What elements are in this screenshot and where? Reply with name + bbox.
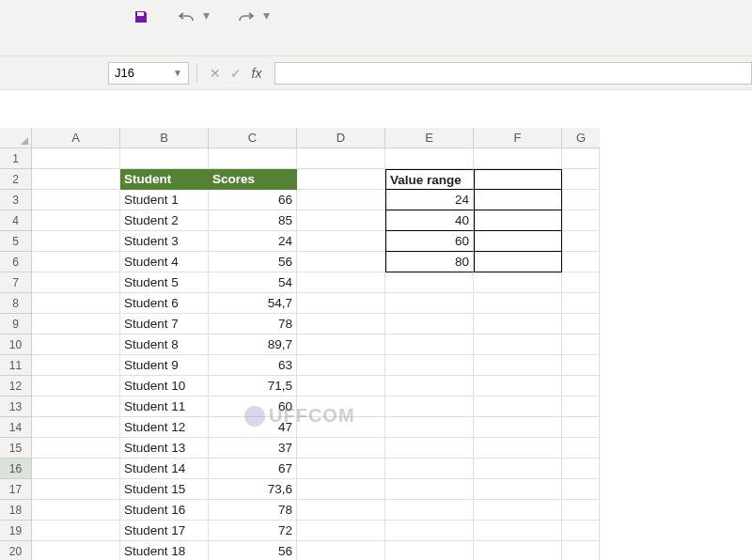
cell[interactable]: Student 14 [120, 459, 209, 479]
cell[interactable] [32, 397, 120, 417]
cell[interactable]: 24 [209, 231, 297, 252]
save-icon[interactable] [132, 8, 150, 26]
cell[interactable]: Student 16 [120, 500, 209, 521]
cell[interactable] [474, 376, 562, 397]
row-header[interactable]: 19 [0, 521, 32, 541]
formula-input[interactable] [274, 62, 752, 85]
cell[interactable] [385, 376, 474, 397]
cell[interactable] [562, 397, 600, 417]
cell[interactable]: 54,7 [209, 293, 297, 314]
cell[interactable] [32, 231, 120, 252]
cell[interactable]: Student 1 [120, 190, 209, 210]
cell[interactable] [32, 272, 120, 293]
cell[interactable] [562, 479, 600, 500]
cell[interactable] [297, 210, 385, 231]
cell[interactable] [474, 314, 562, 334]
cell[interactable] [562, 355, 600, 376]
cell[interactable] [32, 541, 120, 560]
cell[interactable] [562, 169, 600, 190]
cell[interactable] [297, 500, 385, 521]
row-header[interactable]: 5 [0, 231, 32, 252]
row-header[interactable]: 4 [0, 210, 32, 231]
cell[interactable]: Student 18 [120, 541, 209, 560]
cell[interactable]: 37 [209, 438, 297, 459]
cell[interactable] [562, 190, 600, 210]
cell[interactable] [385, 521, 474, 541]
cell[interactable]: 66 [209, 190, 297, 210]
cell[interactable] [474, 355, 562, 376]
cell[interactable] [385, 417, 474, 438]
cell[interactable] [474, 148, 562, 169]
cell[interactable] [474, 417, 562, 438]
cell[interactable]: Student 12 [120, 417, 209, 438]
cell[interactable] [297, 272, 385, 293]
row-header[interactable]: 2 [0, 169, 32, 190]
cell[interactable]: 47 [209, 417, 297, 438]
cell[interactable] [297, 417, 385, 438]
row-header[interactable]: 6 [0, 252, 32, 272]
cell[interactable] [32, 293, 120, 314]
cell[interactable]: Student 7 [120, 314, 209, 334]
col-header[interactable]: C [209, 128, 297, 148]
cell[interactable] [562, 148, 600, 169]
row-header[interactable]: 11 [0, 355, 32, 376]
cell[interactable] [297, 252, 385, 272]
cell[interactable]: Student 9 [120, 355, 209, 376]
cell[interactable] [32, 210, 120, 231]
row-header[interactable]: 12 [0, 376, 32, 397]
cell[interactable]: Student 3 [120, 231, 209, 252]
cell[interactable] [32, 148, 120, 169]
cell[interactable] [297, 169, 385, 190]
cell[interactable] [474, 169, 562, 190]
cell[interactable] [474, 252, 562, 272]
cell[interactable] [562, 521, 600, 541]
row-header[interactable]: 7 [0, 272, 32, 293]
cell[interactable]: 63 [209, 355, 297, 376]
cell[interactable] [385, 459, 474, 479]
cell[interactable]: 89,7 [209, 334, 297, 355]
cell[interactable] [562, 231, 600, 252]
cell[interactable] [385, 397, 474, 417]
cell[interactable] [297, 541, 385, 560]
cell[interactable]: Student 13 [120, 438, 209, 459]
cell[interactable] [32, 334, 120, 355]
cell[interactable] [297, 479, 385, 500]
cell[interactable]: 78 [209, 314, 297, 334]
cell[interactable] [297, 376, 385, 397]
cell[interactable] [562, 500, 600, 521]
cell[interactable]: Student 5 [120, 272, 209, 293]
cell[interactable]: 24 [385, 190, 474, 210]
cell[interactable] [474, 190, 562, 210]
cell[interactable]: 60 [385, 231, 474, 252]
row-header[interactable]: 3 [0, 190, 32, 210]
cell[interactable] [385, 314, 474, 334]
chevron-down-icon[interactable]: ▼ [173, 68, 182, 78]
cell[interactable]: Student 15 [120, 479, 209, 500]
cell[interactable] [120, 148, 209, 169]
cell[interactable] [297, 334, 385, 355]
cell[interactable] [209, 148, 297, 169]
cell[interactable] [562, 334, 600, 355]
cell[interactable] [562, 438, 600, 459]
cell[interactable] [297, 293, 385, 314]
cell[interactable]: Student 10 [120, 376, 209, 397]
cell[interactable] [562, 376, 600, 397]
cell[interactable]: 54 [209, 272, 297, 293]
col-header[interactable]: F [474, 128, 562, 148]
row-header[interactable]: 20 [0, 541, 32, 560]
row-header[interactable]: 13 [0, 397, 32, 417]
cell[interactable]: 85 [209, 210, 297, 231]
cell[interactable]: Student 17 [120, 521, 209, 541]
cell[interactable] [297, 314, 385, 334]
enter-formula-icon[interactable]: ✓ [226, 63, 246, 84]
cell[interactable] [385, 148, 474, 169]
row-header[interactable]: 14 [0, 417, 32, 438]
row-header[interactable]: 17 [0, 479, 32, 500]
row-header[interactable]: 18 [0, 500, 32, 521]
cell[interactable]: Student 11 [120, 397, 209, 417]
cell[interactable] [32, 500, 120, 521]
cell[interactable] [474, 438, 562, 459]
cell[interactable] [474, 521, 562, 541]
cell[interactable] [562, 314, 600, 334]
cell[interactable]: Student [120, 169, 209, 190]
